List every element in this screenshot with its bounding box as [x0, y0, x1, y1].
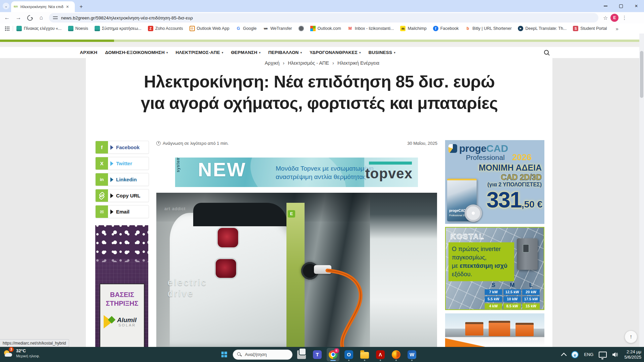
- nav-item-περιβαλλον[interactable]: ΠΕΡΙΒΑΛΛΟΝ▾: [268, 50, 302, 55]
- bookmark-item[interactable]: Inbox - lizikonstanti...: [347, 26, 394, 31]
- progecad-ad[interactable]: proge CAD Professional 2026 ΜΟΝΙΜΗ ΑΔΕΙΑ…: [445, 140, 544, 224]
- taskbar-outlook-button[interactable]: [342, 348, 355, 361]
- taskbar-firefox-button[interactable]: [390, 348, 402, 361]
- bookmark-item[interactable]: Outlook.com: [310, 26, 341, 31]
- apps-grid-icon[interactable]: [5, 26, 9, 31]
- breadcrumb: Αρχική › Ηλεκτρισμός - ΑΠΕ › Ηλεκτρική Ε…: [0, 60, 644, 66]
- bookmark-item[interactable]: Πίνακας ελέγχου «...: [16, 26, 62, 31]
- share-email-button[interactable]: Email: [95, 205, 149, 218]
- kw-cell: 4 kW: [485, 303, 502, 309]
- browser-tab[interactable]: B2G Ηλεκτροκίνηση: Νέα επιδότησ ✕: [11, 1, 75, 12]
- site-info-icon[interactable]: [53, 16, 58, 19]
- taskbar-task-view-button[interactable]: [295, 348, 308, 361]
- google-icon: [236, 26, 241, 31]
- alumil-ad[interactable]: ΒΑΣΕΙΣ ΣΤΗΡΙΞΗΣ Alumil SOLAR: [95, 225, 148, 347]
- share-linkedin-button[interactable]: Linkedin: [95, 173, 149, 186]
- bookmarks-overflow-icon[interactable]: »: [616, 26, 619, 32]
- teams-icon: [313, 350, 322, 359]
- bookmark-item[interactable]: Σύστημα κρατήσεω...: [95, 26, 142, 31]
- tab-close-icon[interactable]: ✕: [65, 5, 70, 9]
- kostal-brand: KOSTAL: [450, 232, 484, 241]
- window-minimize-button[interactable]: [598, 0, 613, 12]
- bookmark-item[interactable]: Facebook: [433, 26, 459, 31]
- profile-avatar[interactable]: E: [610, 14, 619, 22]
- bookmark-item[interactable]: Google: [236, 26, 257, 31]
- topvex-banner-ad[interactable]: systemair NEW Μονάδα Topvex με ενσωματωμ…: [175, 158, 418, 187]
- tray-chevron-icon[interactable]: [561, 353, 567, 358]
- kw-cell: 17.5 kW: [522, 296, 540, 302]
- bookmark-item[interactable]: DeepL Translate: Th...: [518, 26, 567, 31]
- linkedin-icon: [96, 173, 108, 186]
- bookmark-item[interactable]: Student Portal: [573, 26, 607, 31]
- taskbar-teams-button[interactable]: [311, 348, 324, 361]
- nav-item-label: ΗΛΕΚΤΡΙΣΜΟΣ-ΑΠΕ: [175, 50, 220, 55]
- chevron-down-icon: ▾: [359, 51, 361, 54]
- nav-item-label: BUSINESS: [369, 50, 392, 55]
- kostal-inverter-image: [517, 238, 538, 270]
- rooftop-unit: [489, 321, 510, 336]
- nav-item-ηλεκτρισμος-απε[interactable]: ΗΛΕΚΤΡΙΣΜΟΣ-ΑΠΕ▾: [175, 50, 223, 55]
- nav-item-αρχικη[interactable]: ΑΡΧΙΚΗ: [80, 50, 97, 55]
- browser-menu-icon[interactable]: ⋮: [622, 15, 627, 21]
- ad-logo-wedge: [445, 338, 485, 347]
- window-close-button[interactable]: [629, 0, 644, 12]
- systemair-logo: systemair: [176, 158, 180, 172]
- page-title-line1: Ηλεκτροκίνηση: Νέα επιδότηση 85 δισ. ευρ…: [87, 71, 551, 93]
- tab-list-chevron-button[interactable]: ⌄: [3, 3, 9, 9]
- topvex-accent-bar: [369, 162, 412, 165]
- bookmark-item[interactable]: Noesis: [68, 26, 88, 31]
- scrollbar[interactable]: [639, 34, 644, 347]
- status-bar-link: https://mediarc.net/sh/kostal_hybrid: [0, 339, 69, 347]
- eset-icon[interactable]: e: [571, 351, 579, 358]
- new-tab-button[interactable]: +: [78, 3, 85, 10]
- nav-item-υδρογονανθρακες[interactable]: ΥΔΡΟΓΟΝΑΝΘΡΑΚΕΣ▾: [310, 50, 361, 55]
- scrollbar-thumb[interactable]: [640, 51, 643, 98]
- nav-item-θερμανση[interactable]: ΘΕΡΜΑΝΣΗ▾: [231, 50, 260, 55]
- language-indicator[interactable]: ENG: [584, 352, 593, 357]
- bookmark-item[interactable]: WeTransfer: [263, 26, 292, 31]
- window-restore-button[interactable]: [613, 0, 629, 12]
- taskbar-weather-widget[interactable]: 3 32°C Μερική ηλιοφ.: [3, 348, 40, 358]
- bookmark-label: Πίνακας ελέγχου «...: [24, 26, 62, 31]
- display-icon[interactable]: [599, 352, 607, 358]
- share-twitter-button[interactable]: Twitter: [95, 157, 149, 170]
- taskbar-word-button[interactable]: [406, 348, 418, 361]
- bookmark-item[interactable]: Zoho Accounts: [148, 26, 183, 31]
- bookmark-item[interactable]: Bitly | URL Shortener: [465, 26, 512, 31]
- nav-item-business[interactable]: BUSINESS▾: [369, 50, 395, 55]
- home-icon[interactable]: ⌂: [37, 13, 46, 22]
- back-icon[interactable]: ←: [3, 13, 11, 22]
- taskbar-chrome-button[interactable]: E: [327, 348, 339, 361]
- taskbar-file-explorer-button[interactable]: [358, 348, 371, 361]
- nav-item-label: ΥΔΡΟΓΟΝΑΝΘΡΑΚΕΣ: [310, 50, 358, 55]
- kostal-ad[interactable]: KOSTAL Ο πρώτος inverter παγκοσμίως, με …: [445, 227, 544, 310]
- bookmark-item[interactable]: Mailchimp: [400, 26, 426, 31]
- share-facebook-button[interactable]: Facebook: [95, 141, 149, 154]
- back-to-top-button[interactable]: ↑: [625, 330, 637, 343]
- bookmark-label: Σύστημα κρατήσεω...: [102, 26, 142, 31]
- taskbar-clock[interactable]: 2:24 μμ 5/6/2025: [624, 349, 641, 360]
- share-label: Linkedin: [116, 177, 137, 182]
- volume-icon[interactable]: [612, 352, 619, 358]
- bookmark-label: Noesis: [75, 26, 88, 31]
- taskbar-search-input[interactable]: Αναζήτηση: [233, 350, 292, 360]
- start-button[interactable]: [218, 349, 230, 361]
- breadcrumb-home[interactable]: Αρχική: [265, 60, 279, 66]
- taskbar-acrobat-button[interactable]: [374, 348, 387, 361]
- rooftop-units-ad[interactable]: [445, 313, 544, 347]
- forward-icon[interactable]: →: [14, 13, 23, 22]
- share-copy-url-button[interactable]: Copy URL: [95, 189, 149, 202]
- bookmark-star-icon[interactable]: ☆: [603, 15, 608, 21]
- search-icon[interactable]: [543, 49, 550, 56]
- breadcrumb-section[interactable]: Ηλεκτρισμός - ΑΠΕ: [288, 60, 329, 66]
- nav-item-δομηση-εξοικονομηση[interactable]: ΔΟΜΗΣΗ-ΕΞΟΙΚΟΝΟΜΗΣΗ▾: [105, 50, 168, 55]
- browser-toolbar: ← → ⌂ news.b2green.gr/59824/ηλεκτροκίνησ…: [0, 12, 644, 23]
- breadcrumb-page[interactable]: Ηλεκτρική Ενέργεια: [337, 60, 379, 66]
- bookmark-item[interactable]: Outlook Web App: [190, 26, 229, 31]
- topvex-description: Μονάδα Topvex με ενσωματωμένη αναστρέψιμ…: [276, 164, 374, 181]
- reload-icon[interactable]: [25, 13, 34, 22]
- notification-badge: 3: [9, 347, 14, 352]
- bookmark-item[interactable]: [299, 26, 304, 31]
- bookmark-label: Zoho Accounts: [155, 26, 183, 31]
- address-bar[interactable]: news.b2green.gr/59824/ηλεκτροκίνηση-νέα-…: [49, 13, 598, 22]
